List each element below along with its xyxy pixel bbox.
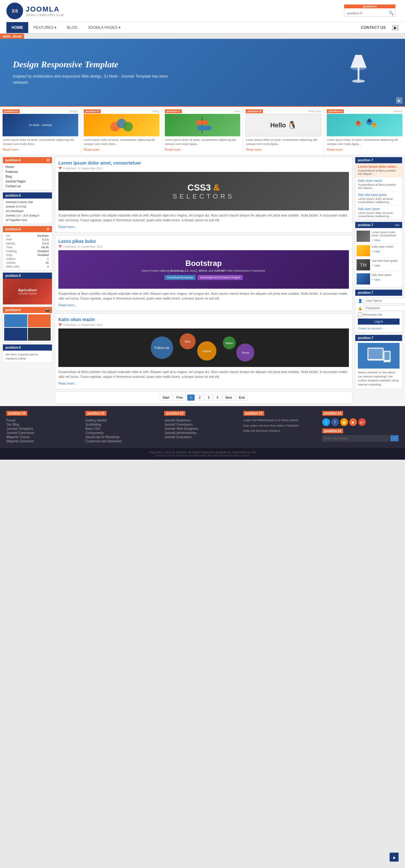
nav-blog[interactable]: BLOG	[62, 22, 83, 33]
news-thumb-3: TM	[356, 259, 370, 271]
footer-link-customize[interactable]: Customize and download	[85, 439, 162, 443]
news-item-1-view[interactable]: + View	[372, 239, 380, 242]
download-mvc4-btn[interactable]: Download MVC4 Demo Project	[197, 275, 243, 280]
pos-a-read-more[interactable]: Read more	[3, 148, 18, 151]
scroll-right-btn[interactable]: ▶	[392, 25, 399, 30]
pos-c-read-more[interactable]: Read more	[165, 148, 181, 151]
list-icon[interactable]: ☰	[46, 158, 50, 162]
nav-joomla-pages[interactable]: JOOMLA PAGES ▾	[83, 22, 126, 33]
footer-link-admins[interactable]: Joomla! Administrators	[164, 431, 241, 435]
news-item-2-view[interactable]: + View	[372, 250, 380, 253]
article-css3: Lorem ipsum dolor amet, consectetuer 📅 P…	[55, 157, 352, 232]
youtube-icon[interactable]: ▶	[349, 418, 357, 426]
rss-icon[interactable]: ◉	[340, 418, 348, 426]
link-all-together[interactable]: All Together Now	[5, 218, 50, 222]
top-item-2-link[interactable]: Katis okan mazin	[358, 179, 400, 183]
password-input[interactable]	[364, 305, 405, 311]
pagination-prev[interactable]: Prev	[174, 395, 186, 401]
gallery-thumb-2[interactable]	[28, 314, 51, 327]
create-account-link[interactable]: Create an account →	[358, 327, 385, 330]
footer-email-submit[interactable]: →	[390, 435, 399, 441]
svg-point-2	[352, 80, 365, 83]
footer-link-magento-theme[interactable]: Magento Theme	[6, 435, 83, 439]
link-jux[interactable]: Joomla! 3.0 - JUX Doing It	[5, 213, 50, 218]
pos6-guests-header: position-6	[3, 344, 52, 350]
footer-link-base-css[interactable]: Base CSS	[85, 427, 162, 431]
main-nav: HOME FEATURES ▾ BLOG JOOMLA PAGES ▾ CONT…	[0, 22, 405, 34]
username-input[interactable]	[364, 298, 405, 304]
pagination-page-1[interactable]: 1	[187, 395, 195, 401]
menu-item-features[interactable]: Features	[5, 169, 50, 174]
nav-home[interactable]: HOME	[6, 22, 28, 33]
top-item-1-link[interactable]: Lorem ipsum dolor amet...	[358, 165, 400, 168]
pos-b-read-more[interactable]: Read more	[84, 148, 99, 151]
menu-item-home[interactable]: Home	[5, 164, 50, 169]
menu-item-blog[interactable]: Blog	[5, 174, 50, 179]
footer-link-evaluators[interactable]: Joomla! Evaluators	[164, 435, 241, 439]
camera-icon[interactable]: 📷	[45, 308, 50, 312]
nav-features[interactable]: FEATURES ▾	[28, 22, 62, 33]
position0-label: position-0	[344, 4, 395, 8]
facebook-icon[interactable]: f	[331, 418, 339, 426]
top-item-4-link[interactable]: Nati uken jasen	[358, 207, 400, 211]
footer-link-blog[interactable]: Our Blog	[6, 423, 83, 427]
pos-e-read-more[interactable]: Read more	[327, 148, 342, 151]
link-jui[interactable]: JUI Developer	[5, 209, 50, 213]
news-item-1: Lorem ipsum dolor amet, consectetuer + V…	[356, 229, 401, 244]
footer-link-getting-started[interactable]: Getting started	[85, 418, 162, 423]
googleplus-icon[interactable]: g+	[358, 418, 366, 426]
pos6-links-content: Joomla3.0 Demo Site Joomla 3.0 FAQ JUI D…	[3, 198, 52, 224]
footer-link-templates[interactable]: Joomla! Templates	[6, 427, 83, 431]
pagination-page-3[interactable]: 3	[205, 395, 213, 401]
news-item-3-view[interactable]: + View	[372, 264, 380, 267]
footer-link-beginners[interactable]: Joomla! Beginners	[164, 418, 241, 423]
footer-link-developers[interactable]: Joomla! Developers	[164, 423, 241, 427]
gallery-thumb-3[interactable]	[4, 328, 27, 341]
footer-email-input[interactable]	[322, 435, 389, 441]
pagination-next[interactable]: Next	[222, 395, 235, 401]
footer-col-11: position-11 Getting started Scaffolding …	[85, 411, 162, 443]
footer-link-javascript[interactable]: JavaScript for Bootstrap	[85, 435, 162, 439]
top-item-3-link[interactable]: Stet clita kasd guber	[358, 193, 400, 197]
article-css3-read-more[interactable]: Read more...	[58, 225, 77, 229]
menu-item-joomla-pages[interactable]: Joomla Pages	[5, 179, 50, 184]
download-bootstrap-btn[interactable]: Download Bootstrap	[164, 275, 196, 280]
article-bootstrap-title[interactable]: Lazos pikas buko	[58, 239, 349, 244]
footer-text-1: Coger nisl Pellentesque in id metus iaor…	[243, 418, 320, 423]
pagination-end[interactable]: End	[236, 395, 248, 401]
position-c-card: position-c mers Lorem ipsum dolor sit am…	[162, 107, 243, 154]
login-button[interactable]: Log in	[358, 318, 400, 324]
footer-link-magento-ext[interactable]: Magento Extension	[6, 439, 83, 443]
pagination-page-4[interactable]: 4	[214, 395, 221, 401]
link-joomla-demo[interactable]: Joomla3.0 Demo Site	[5, 200, 50, 204]
pos6-guests-box: position-6 We have 4 guests and no membe…	[3, 344, 52, 363]
nav-contact-us[interactable]: CONTACT US	[354, 22, 392, 33]
footer-link-web-designers[interactable]: Joomla! Web Designers	[164, 427, 241, 431]
pagination-start[interactable]: Start	[160, 395, 172, 401]
menu-item-contact[interactable]: Contact us	[5, 184, 50, 189]
remember-me-checkbox[interactable]	[358, 312, 362, 317]
news-thumb-2	[356, 245, 370, 256]
footer-link-forum[interactable]: Forum	[6, 418, 83, 423]
gallery-thumb-1[interactable]	[4, 314, 27, 327]
footer-link-scaffolding[interactable]: Scaffolding	[85, 423, 162, 427]
gear-icon[interactable]: ⚙	[46, 227, 50, 231]
pos-d-read-more[interactable]: Read more	[246, 148, 261, 151]
pos7-top-box: position-7 Lorem ipsum dolor amet... Sus…	[355, 157, 402, 220]
slideshow-lamp	[338, 45, 379, 88]
pos-d-img: Hello 🐧	[246, 114, 321, 136]
article-katis-read-more[interactable]: Read more...	[58, 382, 77, 385]
slideshow-scroll[interactable]: ▶	[396, 97, 402, 103]
footer-link-extensions[interactable]: Joomla! Extensions	[6, 431, 83, 435]
article-bootstrap-read-more[interactable]: Read more...	[58, 304, 77, 307]
article-katis-title[interactable]: Katis okan mazin	[58, 317, 349, 322]
footer-link-components[interactable]: Components	[85, 431, 162, 435]
link-joomla-faq[interactable]: Joomla 3.0 FAQ	[5, 204, 50, 209]
news-item-4-view[interactable]: + View	[372, 278, 380, 281]
news-item-2: Katis okan mazin + View	[356, 244, 401, 258]
gallery-thumb-4[interactable]	[28, 328, 51, 341]
search-button[interactable]: 🔍	[388, 10, 394, 16]
article-css3-title[interactable]: Lorem ipsum dolor amet, consectetuer	[58, 160, 349, 165]
twitter-icon[interactable]: t	[322, 418, 330, 426]
pagination-page-2[interactable]: 2	[196, 395, 204, 401]
